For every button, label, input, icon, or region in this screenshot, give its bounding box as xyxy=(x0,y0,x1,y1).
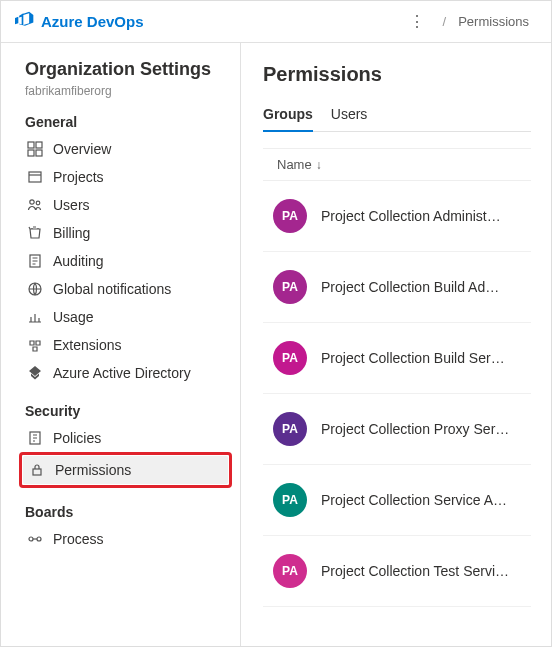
avatar: PA xyxy=(273,483,307,517)
globe-icon xyxy=(27,281,43,297)
section-boards-title: Boards xyxy=(25,504,234,520)
users-icon xyxy=(27,197,43,213)
sidebar-item-aad[interactable]: Azure Active Directory xyxy=(25,359,234,387)
column-header-label: Name xyxy=(277,157,312,172)
nav-label: Overview xyxy=(53,141,111,157)
group-row[interactable]: PAProject Collection Service A… xyxy=(263,465,531,536)
group-name: Project Collection Test Servi… xyxy=(321,563,509,579)
tab-users[interactable]: Users xyxy=(331,100,368,132)
nav-label: Users xyxy=(53,197,90,213)
group-name: Project Collection Service A… xyxy=(321,492,507,508)
nav-label: Billing xyxy=(53,225,90,241)
nav-label: Projects xyxy=(53,169,104,185)
group-row[interactable]: PAProject Collection Administ… xyxy=(263,181,531,252)
sidebar-item-projects[interactable]: Projects xyxy=(25,163,234,191)
brand-name: Azure DevOps xyxy=(41,13,144,30)
projects-icon xyxy=(27,169,43,185)
sidebar-item-users[interactable]: Users xyxy=(25,191,234,219)
group-row[interactable]: PAProject Collection Test Servi… xyxy=(263,536,531,607)
policies-icon xyxy=(27,430,43,446)
sidebar-item-overview[interactable]: Overview xyxy=(25,135,234,163)
group-name: Project Collection Proxy Ser… xyxy=(321,421,509,437)
svg-rect-3 xyxy=(36,150,42,156)
tab-groups[interactable]: Groups xyxy=(263,100,313,132)
topbar: Azure DevOps ⋮ / Permissions xyxy=(1,1,551,43)
svg-rect-0 xyxy=(28,142,34,148)
svg-rect-10 xyxy=(33,469,41,475)
svg-point-11 xyxy=(29,537,33,541)
lock-icon xyxy=(29,462,45,478)
main-content: Permissions Groups Users Name ↓ PAProjec… xyxy=(241,43,551,646)
group-row[interactable]: PAProject Collection Proxy Ser… xyxy=(263,394,531,465)
group-row[interactable]: PAProject Collection Build Ser… xyxy=(263,323,531,394)
breadcrumb-current[interactable]: Permissions xyxy=(458,14,529,29)
nav-label: Auditing xyxy=(53,253,104,269)
group-row[interactable]: PAProject Collection Build Ad… xyxy=(263,252,531,323)
nav-label: Process xyxy=(53,531,104,547)
nav-label: Policies xyxy=(53,430,101,446)
nav-label: Usage xyxy=(53,309,93,325)
highlight-permissions: Permissions xyxy=(19,452,232,488)
avatar: PA xyxy=(273,270,307,304)
sidebar: Organization Settings fabrikamfiberorg G… xyxy=(1,43,241,646)
svg-rect-1 xyxy=(36,142,42,148)
group-name: Project Collection Build Ser… xyxy=(321,350,505,366)
avatar: PA xyxy=(273,199,307,233)
extensions-icon xyxy=(27,337,43,353)
avatar: PA xyxy=(273,554,307,588)
avatar: PA xyxy=(273,412,307,446)
sidebar-item-process[interactable]: Process xyxy=(25,525,234,553)
sidebar-item-policies[interactable]: Policies xyxy=(25,424,234,452)
breadcrumb-more-icon[interactable]: ⋮ xyxy=(405,12,431,31)
svg-point-6 xyxy=(36,201,40,205)
sidebar-title: Organization Settings xyxy=(25,59,234,80)
breadcrumb-separator: / xyxy=(443,14,447,29)
usage-icon xyxy=(27,309,43,325)
billing-icon xyxy=(27,225,43,241)
avatar: PA xyxy=(273,341,307,375)
svg-point-5 xyxy=(30,200,34,204)
sidebar-item-extensions[interactable]: Extensions xyxy=(25,331,234,359)
auditing-icon xyxy=(27,253,43,269)
tabs: Groups Users xyxy=(263,100,531,132)
nav-label: Global notifications xyxy=(53,281,171,297)
aad-icon xyxy=(27,365,43,381)
svg-rect-2 xyxy=(28,150,34,156)
group-name: Project Collection Build Ad… xyxy=(321,279,499,295)
sidebar-item-usage[interactable]: Usage xyxy=(25,303,234,331)
sort-arrow-icon: ↓ xyxy=(316,158,322,172)
svg-point-12 xyxy=(37,537,41,541)
brand-logo[interactable]: Azure DevOps xyxy=(9,10,150,33)
svg-rect-4 xyxy=(29,172,41,182)
sidebar-item-notifications[interactable]: Global notifications xyxy=(25,275,234,303)
section-general-title: General xyxy=(25,114,234,130)
groups-list: PAProject Collection Administ…PAProject … xyxy=(263,181,531,607)
section-security-title: Security xyxy=(25,403,234,419)
column-header-name[interactable]: Name ↓ xyxy=(263,148,531,181)
sidebar-item-auditing[interactable]: Auditing xyxy=(25,247,234,275)
process-icon xyxy=(27,531,43,547)
page-title: Permissions xyxy=(263,63,531,86)
breadcrumb: ⋮ / Permissions xyxy=(405,12,543,31)
nav-label: Azure Active Directory xyxy=(53,365,191,381)
nav-label: Extensions xyxy=(53,337,121,353)
nav-label: Permissions xyxy=(55,462,131,478)
sidebar-item-permissions[interactable]: Permissions xyxy=(23,456,228,484)
group-name: Project Collection Administ… xyxy=(321,208,501,224)
sidebar-item-billing[interactable]: Billing xyxy=(25,219,234,247)
org-name[interactable]: fabrikamfiberorg xyxy=(25,84,234,98)
azure-devops-icon xyxy=(15,10,35,33)
overview-icon xyxy=(27,141,43,157)
